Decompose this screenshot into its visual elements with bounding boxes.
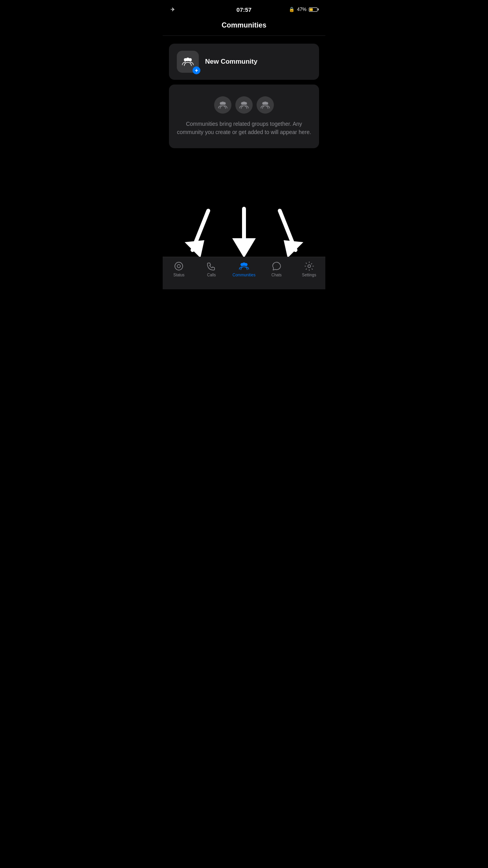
tab-item-settings[interactable]: Settings <box>293 261 325 277</box>
lock-icon: 🔒 <box>289 7 295 12</box>
status-left: ✈ <box>171 6 175 13</box>
community-group-icon <box>182 55 194 68</box>
info-description: Communities bring related groups togethe… <box>177 120 311 136</box>
tab-label-status: Status <box>173 273 184 277</box>
svg-point-19 <box>177 265 180 268</box>
tab-item-chats[interactable]: Chats <box>260 261 293 277</box>
main-content: + New Community <box>163 36 325 156</box>
tab-item-status[interactable]: Status <box>163 261 195 277</box>
tab-item-calls[interactable]: Calls <box>195 261 228 277</box>
calls-icon <box>206 261 216 271</box>
tab-label-communities: Communities <box>233 273 255 277</box>
page-title: Communities <box>222 21 266 29</box>
plus-badge: + <box>193 66 200 74</box>
svg-marker-15 <box>232 238 256 258</box>
tab-label-chats: Chats <box>272 273 282 277</box>
new-community-card[interactable]: + New Community <box>169 44 319 80</box>
svg-point-23 <box>308 265 310 268</box>
page-header: Communities <box>163 17 325 36</box>
battery-icon <box>309 7 317 12</box>
tab-label-settings: Settings <box>302 273 316 277</box>
svg-point-2 <box>186 58 190 61</box>
status-time: 07:57 <box>237 6 251 13</box>
tab-bar: Status Calls Communities <box>163 257 325 289</box>
arrow-left <box>185 207 216 258</box>
svg-point-8 <box>242 102 246 105</box>
battery-fill <box>310 8 313 11</box>
arrows-container <box>163 187 325 258</box>
svg-point-22 <box>242 263 246 266</box>
arrow-right <box>272 207 303 258</box>
group-icons-row <box>214 96 274 114</box>
svg-marker-13 <box>185 240 204 258</box>
group-people-icon-3 <box>260 100 270 110</box>
settings-icon <box>304 261 314 271</box>
group-people-icon-2 <box>239 100 249 110</box>
info-card: Communities bring related groups togethe… <box>169 85 319 148</box>
group-icon-3 <box>257 96 274 114</box>
status-icon <box>174 261 184 271</box>
airplane-icon: ✈ <box>171 6 175 13</box>
battery-percent: 47% <box>297 7 306 12</box>
new-community-label: New Community <box>205 58 257 66</box>
svg-point-11 <box>264 102 267 105</box>
status-bar: ✈ 07:57 🔒 47% <box>163 0 325 17</box>
group-icon-2 <box>235 96 253 114</box>
group-people-icon-1 <box>218 100 228 110</box>
group-icon-1 <box>214 96 231 114</box>
arrow-center <box>228 207 260 258</box>
svg-point-18 <box>175 262 183 270</box>
tab-item-communities[interactable]: Communities <box>228 261 261 277</box>
svg-marker-17 <box>284 240 303 258</box>
tab-label-calls: Calls <box>207 273 216 277</box>
status-right: 🔒 47% <box>289 7 317 12</box>
svg-point-5 <box>221 102 224 105</box>
chats-icon <box>272 261 282 271</box>
communities-icon <box>239 261 249 271</box>
new-community-icon-wrap: + <box>177 51 199 73</box>
